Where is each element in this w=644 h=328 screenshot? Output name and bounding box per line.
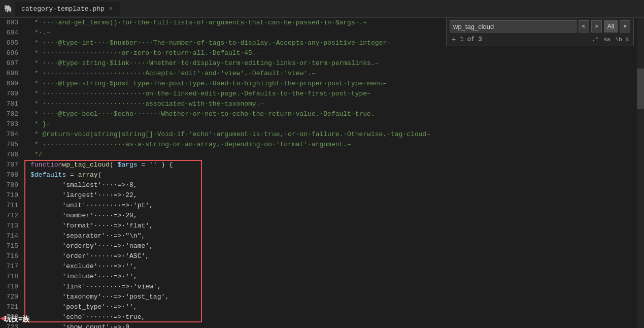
code-line: 'taxonomy'···=>·'post_tag', — [30, 292, 634, 302]
code-line: * ····@type·string·$post_type·The·post·t… — [30, 79, 634, 89]
code-line: 'orderby'····=>·'name', — [30, 241, 634, 251]
line-number: 721 — [4, 302, 24, 312]
line-number: 702 — [4, 109, 24, 119]
editor-container: < > All × + 1 of 3 .* Aa \b S ◀ 69369469… — [0, 18, 644, 328]
line-number: 696 — [4, 48, 24, 58]
line-number: 699 — [4, 79, 24, 89]
search-input[interactable] — [450, 20, 577, 32]
code-line: * ····@type·bool····$echo·······Whether·… — [30, 109, 634, 119]
line-number: 712 — [4, 211, 24, 221]
search-option-bs[interactable]: \b S — [614, 36, 630, 43]
code-line: * ··························on·the·linke… — [30, 89, 634, 99]
scrollbar-thumb[interactable] — [637, 69, 644, 109]
code-line: 'smallest'····=>·8, — [30, 180, 634, 190]
editor-tab[interactable]: category-template.php × — [15, 2, 120, 16]
line-number: 716 — [4, 251, 24, 261]
code-line: * ·····················as·a·string·or·an… — [30, 140, 634, 150]
php-icon: 🐘 — [4, 5, 12, 13]
search-all-button[interactable]: All — [604, 20, 618, 32]
line-number: 704 — [4, 129, 24, 140]
search-count: 1 of 3 — [460, 36, 588, 43]
code-content: * ····and·get_terms()·for·the·full·lists… — [30, 18, 644, 328]
code-line: */ — [30, 150, 634, 160]
line-number: 711 — [4, 201, 24, 211]
code-line: 'show_count'·=>·0, — [30, 322, 634, 328]
line-number: 709 — [4, 180, 24, 190]
line-number: 701 — [4, 99, 24, 109]
code-line: 'echo'·······=>·true, — [30, 312, 634, 322]
code-line: * ····@type·string·$link·····Whether·to·… — [30, 58, 634, 69]
tab-close-button[interactable]: × — [108, 5, 114, 13]
search-expand-button[interactable]: + — [450, 36, 458, 44]
line-number: 697 — [4, 58, 24, 69]
code-line: 'number'·····=>·20, — [30, 211, 634, 221]
code-line: 'order'······=>·'ASC', — [30, 251, 634, 261]
code-line: 'separator'··=>·"\n", — [30, 231, 634, 241]
line-number: 694 — [4, 28, 24, 38]
line-number: 698 — [4, 69, 24, 79]
code-line: function wp_tag_cloud( $args = '' ) { — [30, 160, 634, 170]
code-line: * ····················or·zero·to·return·… — [30, 48, 634, 58]
line-number: 700 — [4, 89, 24, 99]
line-number: 710 — [4, 190, 24, 201]
code-line: * }– — [30, 119, 634, 129]
search-next-button[interactable]: > — [591, 20, 602, 32]
line-number: 695 — [4, 38, 24, 48]
line-number: 707 — [4, 160, 24, 170]
code-line: * ··························Accepts·'edi… — [30, 69, 634, 79]
line-numbers: 6936946956966976986997007017027037047057… — [0, 18, 30, 328]
line-number: 718 — [4, 272, 24, 282]
line-number: 715 — [4, 241, 24, 251]
line-number: 714 — [4, 231, 24, 241]
tab-filename: category-template.php — [21, 5, 105, 13]
code-line: 'link'·········=>·'view', — [30, 282, 634, 292]
code-line: 'format'·····=>·'flat', — [30, 221, 634, 231]
search-close-button[interactable]: × — [620, 20, 630, 32]
line-number: 703 — [4, 119, 24, 129]
title-bar: 🐘 category-template.php × — [0, 0, 644, 18]
search-option-aa[interactable]: Aa — [602, 36, 612, 43]
search-row-secondary: + 1 of 3 .* Aa \b S — [447, 35, 633, 46]
code-area: ◀ 69369469569669769869970070170270370470… — [0, 18, 644, 328]
line-number: 705 — [4, 140, 24, 150]
code-line: 'unit'·········=>·'pt', — [30, 201, 634, 211]
code-line: * ··························associated·w… — [30, 99, 634, 109]
search-option-dotstar[interactable]: .* — [590, 36, 600, 43]
line-number: 706 — [4, 150, 24, 160]
line-number: 708 — [4, 170, 24, 180]
code-line: 'post_type'··=>·'', — [30, 302, 634, 312]
code-line: * @return·void|string|string[]·Void·if·'… — [30, 129, 634, 140]
code-line: 'include'····=>·'', — [30, 272, 634, 282]
line-number: 719 — [4, 282, 24, 292]
code-line: 'largest'····=>·22, — [30, 190, 634, 201]
line-number: 693 — [4, 18, 24, 28]
line-number: 720 — [4, 292, 24, 302]
scrollbar-track[interactable] — [637, 18, 644, 328]
search-row-main: < > All × — [447, 18, 633, 35]
search-options: .* Aa \b S — [590, 36, 630, 43]
line-number: 717 — [4, 261, 24, 272]
search-box: < > All × + 1 of 3 .* Aa \b S — [446, 18, 634, 46]
line-number: 713 — [4, 221, 24, 231]
code-line: $defaults = array( — [30, 170, 634, 180]
code-line: 'exclude'····=>·'', — [30, 261, 634, 272]
watermark: 玩技=族 — [4, 315, 29, 324]
search-prev-button[interactable]: < — [579, 20, 589, 32]
